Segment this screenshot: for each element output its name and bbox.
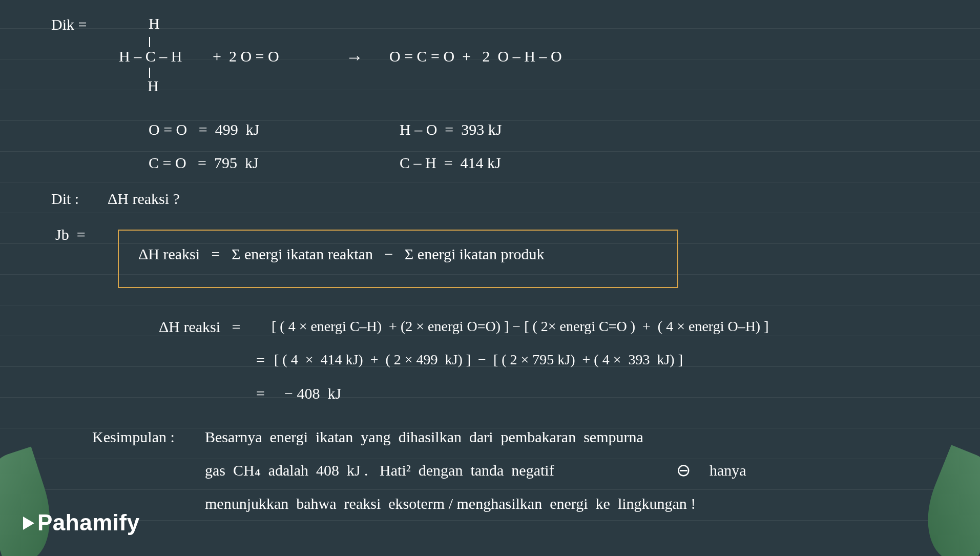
calc-label: ΔH reaksi = — [159, 318, 241, 336]
conclusion-l3: menunjukkan bahwa reaksi eksoterm / meng… — [205, 495, 696, 513]
conclusion-l2b: hanya — [702, 461, 746, 480]
methane-bond-bottom — [149, 68, 150, 78]
bond-oo: O = O = 499 kJ — [149, 120, 259, 139]
jb-label: Jb = — [55, 225, 86, 244]
formula-text: ΔH reaksi = Σ energi ikatan reaktan − Σ … — [138, 245, 545, 263]
negative-sign-icon: ⊖ — [676, 460, 691, 481]
reaction-rhs: O = C = O + 2 O – H – O — [389, 47, 562, 66]
methane-bond-top — [149, 37, 150, 47]
calc-line2: [ ( 4 × 414 kJ) + ( 2 × 499 kJ) ] − [ ( … — [274, 351, 683, 368]
bond-ho: H – O = 393 kJ — [400, 120, 502, 139]
calc-line3: − 408 kJ — [284, 384, 341, 403]
pahamify-logo-text: Pahamify — [37, 509, 140, 537]
conclusion-label: Kesimpulan : — [92, 428, 175, 446]
methane-middle: H – C – H — [119, 47, 182, 66]
methane-top-h: H — [149, 14, 160, 33]
pahamify-logo: Pahamify — [23, 509, 140, 537]
bond-co: C = O = 795 kJ — [149, 154, 259, 172]
dit-value: ΔH reaksi ? — [108, 190, 180, 208]
leaf-decor-left-front — [0, 447, 65, 556]
reaction-arrow: → — [346, 47, 363, 68]
calc-eq2: = — [256, 351, 265, 369]
bond-ch: C – H = 414 kJ — [400, 154, 501, 172]
reaction-plus-o2: + 2 O = O — [205, 47, 279, 66]
calc-line1: [ ( 4 × energi C–H) + (2 × energi O=O) ]… — [272, 318, 769, 335]
conclusion-l1: Besarnya energi ikatan yang dihasilkan d… — [205, 428, 643, 446]
dik-label: Dik = — [51, 15, 87, 34]
conclusion-l2a: gas CH₄ adalah 408 kJ . Hati² dengan tan… — [205, 461, 562, 480]
dit-label: Dit : — [51, 190, 79, 208]
leaf-decor-right-front — [911, 445, 980, 556]
methane-bottom-h: H — [148, 77, 159, 95]
calc-eq3: = — [256, 384, 265, 403]
play-icon — [23, 517, 34, 530]
